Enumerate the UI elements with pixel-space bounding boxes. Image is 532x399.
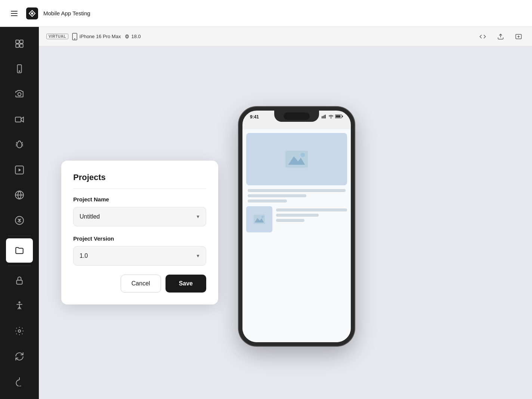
svg-point-4 [31, 12, 33, 15]
remote-button[interactable] [513, 31, 525, 43]
sidebar-item-app[interactable] [6, 31, 33, 56]
sidebar-item-projects[interactable] [6, 238, 33, 263]
phone-row-1 [246, 206, 347, 232]
phone-area: Projects Project Name Untitled Project A… [39, 46, 532, 399]
svg-rect-32 [325, 115, 326, 118]
sidebar-item-network[interactable] [6, 183, 33, 207]
svg-rect-31 [324, 115, 325, 118]
virtual-badge: VIRTUAL [46, 34, 68, 39]
device-name-display: iPhone 16 Pro Max [72, 33, 121, 40]
svg-rect-35 [336, 115, 341, 118]
svg-rect-2 [11, 15, 18, 16]
svg-rect-21 [16, 280, 22, 284]
iphone-notch-pill [284, 112, 310, 120]
sidebar-item-accessibility[interactable] [6, 294, 33, 318]
svg-rect-36 [342, 116, 343, 117]
phone-line [248, 200, 287, 202]
svg-rect-37 [285, 151, 308, 168]
svg-point-42 [262, 216, 264, 218]
app-title: Mobile App Testing [43, 10, 90, 16]
svg-marker-14 [19, 168, 21, 171]
svg-rect-1 [11, 13, 18, 14]
save-button[interactable]: Save [166, 275, 206, 293]
iphone-mockup: 9:41 [239, 107, 355, 346]
phone-line [248, 189, 346, 192]
svg-point-39 [301, 153, 305, 157]
phone-image-1 [246, 133, 347, 185]
svg-point-23 [18, 330, 21, 332]
svg-point-22 [19, 302, 20, 303]
sidebar-item-video[interactable] [6, 107, 33, 132]
project-version-select[interactable]: 1.0 1.1 2.0 [73, 246, 206, 266]
upload-button[interactable] [495, 31, 507, 43]
os-version-label: 18.0 [131, 34, 140, 39]
iphone-cable [294, 342, 299, 346]
phone-row-lines-1 [276, 206, 347, 222]
svg-point-33 [331, 117, 332, 118]
phone-wireframe-content [242, 129, 351, 236]
sidebar-item-settings[interactable] [6, 319, 33, 343]
phone-line [276, 208, 347, 211]
svg-rect-12 [15, 117, 21, 122]
sidebar-item-playback[interactable] [6, 158, 33, 182]
iphone-notch [274, 111, 319, 122]
project-version-select-wrapper: 1.0 1.1 2.0 ▼ [73, 246, 206, 266]
menu-button[interactable] [7, 7, 21, 20]
svg-rect-8 [20, 44, 23, 47]
device-toolbar: VIRTUAL iPhone 16 Pro Max 18.0 [39, 27, 532, 46]
logo [25, 7, 39, 20]
main-content: VIRTUAL iPhone 16 Pro Max 18.0 [39, 27, 532, 399]
project-name-label: Project Name [73, 196, 206, 202]
svg-point-10 [19, 71, 20, 72]
sidebar-item-power[interactable] [6, 369, 33, 394]
phone-model-label: iPhone 16 Pro Max [80, 34, 121, 39]
phone-thumb-1 [246, 206, 272, 232]
device-os-display: 18.0 [124, 34, 140, 39]
status-icons [322, 114, 343, 118]
sidebar-item-lock[interactable] [6, 268, 33, 293]
phone-text-lines-1 [246, 189, 347, 202]
sidebar-item-error[interactable] [6, 208, 33, 233]
cancel-button[interactable]: Cancel [121, 275, 161, 293]
status-time: 9:41 [250, 114, 259, 120]
projects-modal: Projects Project Name Untitled Project A… [61, 161, 218, 304]
svg-rect-7 [16, 44, 19, 47]
sidebar-item-screenshot[interactable] [6, 82, 33, 106]
sidebar-item-device[interactable] [6, 57, 33, 81]
sidebar-divider-2 [8, 266, 31, 266]
svg-point-26 [127, 36, 128, 37]
project-version-label: Project Version [73, 235, 206, 242]
sidebar-item-bug[interactable] [6, 132, 33, 157]
sidebar [0, 27, 39, 399]
iphone-screen [242, 129, 351, 342]
svg-rect-29 [322, 116, 322, 118]
modal-title: Projects [73, 173, 206, 189]
svg-rect-30 [323, 116, 324, 118]
svg-point-25 [74, 38, 75, 39]
header: Mobile App Testing [0, 0, 532, 27]
svg-point-11 [18, 93, 21, 96]
project-name-select[interactable]: Untitled Project A Project B [73, 207, 206, 226]
sidebar-item-sync[interactable] [6, 344, 33, 369]
modal-buttons: Cancel Save [73, 275, 206, 293]
device-info: VIRTUAL iPhone 16 Pro Max 18.0 [46, 33, 141, 40]
svg-rect-6 [20, 40, 23, 43]
svg-rect-0 [11, 11, 18, 12]
phone-line [248, 194, 306, 197]
svg-rect-5 [16, 40, 19, 43]
project-name-select-wrapper: Untitled Project A Project B ▼ [73, 207, 206, 226]
toolbar-actions [477, 31, 525, 43]
code-button[interactable] [477, 31, 489, 43]
phone-line [276, 214, 319, 217]
phone-line [276, 219, 304, 222]
sidebar-divider-1 [8, 236, 31, 236]
